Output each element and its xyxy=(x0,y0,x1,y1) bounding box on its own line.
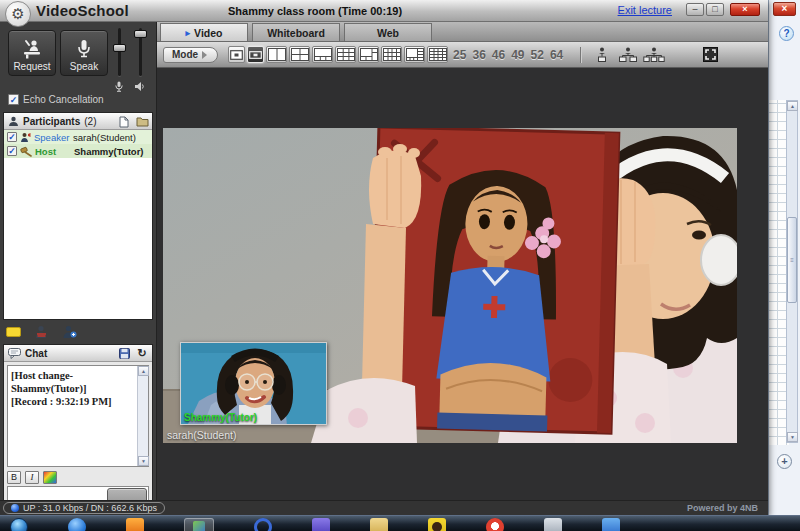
tab-video[interactable]: ▸ Video xyxy=(160,23,248,41)
chat-bubble-icon[interactable] xyxy=(4,324,22,340)
chat-format-row: B I xyxy=(7,471,57,484)
echo-cancellation-checkbox[interactable]: ✓ xyxy=(8,94,19,105)
chat-title: Chat xyxy=(25,348,47,359)
tab-web[interactable]: Web xyxy=(344,23,432,41)
layout-count-64[interactable]: 64 xyxy=(550,48,563,62)
app-status-bar: UP : 31.0 Kbps / DN : 662.6 Kbps Powered… xyxy=(0,500,768,515)
sidebar-tool-row xyxy=(4,322,78,342)
slider-thumb[interactable] xyxy=(134,30,147,38)
fullscreen-button[interactable] xyxy=(703,47,718,62)
tutor-video[interactable]: Shammy(Tutor) xyxy=(180,342,327,425)
layout-count-25[interactable]: 25 xyxy=(453,48,466,62)
echo-cancellation-label: Echo Cancellation xyxy=(23,94,104,105)
layout-aspect-169-button[interactable] xyxy=(247,46,264,63)
sidebar: Request Speak xyxy=(0,22,157,500)
broadcast-two-icon[interactable] xyxy=(617,46,639,64)
participant-row[interactable]: ✓ Speaker sarah(Student) xyxy=(4,130,152,144)
role-label: Host xyxy=(35,146,71,157)
question-glyph: ? xyxy=(783,28,789,39)
exit-lecture-link[interactable]: Exit lecture xyxy=(618,4,672,16)
slider-track xyxy=(118,28,121,76)
minimize-icon: – xyxy=(692,4,697,14)
active-tab-arrow-icon: ▸ xyxy=(186,28,191,38)
mic-small-icon xyxy=(113,78,125,89)
layout-count-52[interactable]: 52 xyxy=(531,48,544,62)
audio-tools: Request Speak xyxy=(0,22,157,92)
powered-by-label: Powered by 4NB xyxy=(687,503,758,513)
participant-checkbox[interactable]: ✓ xyxy=(7,146,17,156)
font-color-button[interactable] xyxy=(43,471,57,484)
layout-count-49[interactable]: 49 xyxy=(511,48,524,62)
scrollbar-thumb[interactable]: ≡ xyxy=(787,217,797,303)
layout-16-grid-button[interactable] xyxy=(427,46,448,63)
taskbar-app-orange-icon[interactable] xyxy=(126,518,144,531)
taskbar-active-app[interactable] xyxy=(184,518,214,531)
new-document-icon[interactable] xyxy=(117,115,131,128)
taskbar-app-ring-icon[interactable] xyxy=(254,518,272,531)
check-icon: ✓ xyxy=(10,95,18,105)
layout-9-grid-button[interactable] xyxy=(335,46,356,63)
speaker-small-icon xyxy=(134,78,146,89)
taskbar-camera-app-icon[interactable] xyxy=(428,518,446,531)
taskbar-browser-icon[interactable] xyxy=(486,518,504,531)
active-app-icon xyxy=(193,521,205,531)
taskbar-ie-icon[interactable] xyxy=(68,518,86,531)
taskbar-app-indigo-icon[interactable] xyxy=(312,518,330,531)
speak-button[interactable]: Speak xyxy=(60,30,108,76)
refresh-icon[interactable]: ↻ xyxy=(135,347,149,360)
italic-button[interactable]: I xyxy=(25,471,39,484)
layout-2-split-button[interactable] xyxy=(266,46,287,63)
participant-name: Shammy(Tutor) xyxy=(74,146,144,157)
layout-1-plus-3-button[interactable] xyxy=(312,46,333,63)
participant-row[interactable]: ✓ Host Shammy(Tutor) xyxy=(4,144,152,158)
background-close-button[interactable]: × xyxy=(773,2,796,16)
raise-hand-icon xyxy=(21,39,43,59)
app-name: VideoSchool xyxy=(36,2,129,19)
participant-name: sarah(Student) xyxy=(73,132,136,143)
maximize-button[interactable]: □ xyxy=(706,3,724,16)
kick-user-icon[interactable] xyxy=(32,324,50,340)
chat-message: [Record : 9:32:19 PM] xyxy=(11,395,134,408)
close-button[interactable]: × xyxy=(730,3,760,16)
gear-icon: ⚙ xyxy=(11,5,24,23)
speak-label: Speak xyxy=(70,61,98,72)
request-button[interactable]: Request xyxy=(8,30,56,76)
folder-icon[interactable] xyxy=(135,115,149,128)
layout-count-46[interactable]: 46 xyxy=(492,48,505,62)
tab-whiteboard[interactable]: Whiteboard xyxy=(252,23,340,41)
save-chat-icon[interactable] xyxy=(117,347,131,360)
student-video[interactable]: Shammy(Tutor) sarah(Student) xyxy=(163,128,737,443)
layout-12-grid-button[interactable] xyxy=(381,46,402,63)
mode-button[interactable]: Mode xyxy=(163,47,218,63)
check-icon: ✓ xyxy=(8,132,16,142)
bold-button[interactable]: B xyxy=(7,471,21,484)
taskbar-explorer-icon[interactable] xyxy=(370,518,388,531)
layout-1-plus-7-button[interactable] xyxy=(404,46,425,63)
mic-volume-slider[interactable] xyxy=(113,28,125,76)
start-button[interactable] xyxy=(10,518,28,531)
video-stage: Shammy(Tutor) sarah(Student) xyxy=(157,68,768,500)
zoom-plus-button[interactable]: + xyxy=(777,454,792,469)
close-icon: × xyxy=(742,4,747,14)
scroll-down-arrow-icon[interactable]: ▼ xyxy=(138,456,149,466)
chat-icon xyxy=(8,348,21,359)
help-icon[interactable]: ? xyxy=(779,26,794,41)
slider-thumb[interactable] xyxy=(113,44,126,52)
broadcast-one-icon[interactable] xyxy=(591,46,613,64)
taskbar-blue-window-icon[interactable] xyxy=(602,518,620,531)
minimize-button[interactable]: – xyxy=(686,3,704,16)
scroll-down-arrow-icon[interactable]: ▼ xyxy=(787,432,798,442)
broadcast-three-icon[interactable] xyxy=(643,46,665,64)
participant-checkbox[interactable]: ✓ xyxy=(7,132,17,142)
speaker-volume-slider[interactable] xyxy=(134,28,146,76)
layout-4-grid-button[interactable] xyxy=(289,46,310,63)
layout-aspect-43-button[interactable] xyxy=(228,46,245,63)
background-scrollbar[interactable]: ▲ ≡ ▼ xyxy=(786,100,798,443)
layout-count-36[interactable]: 36 xyxy=(472,48,485,62)
layout-1-plus-5-button[interactable] xyxy=(358,46,379,63)
taskbar-window-icon[interactable] xyxy=(544,518,562,531)
chat-scrollbar[interactable]: ▲ ▼ xyxy=(137,366,148,466)
invite-user-icon[interactable] xyxy=(60,324,78,340)
scroll-up-arrow-icon[interactable]: ▲ xyxy=(138,366,149,376)
scroll-up-arrow-icon[interactable]: ▲ xyxy=(787,101,798,111)
